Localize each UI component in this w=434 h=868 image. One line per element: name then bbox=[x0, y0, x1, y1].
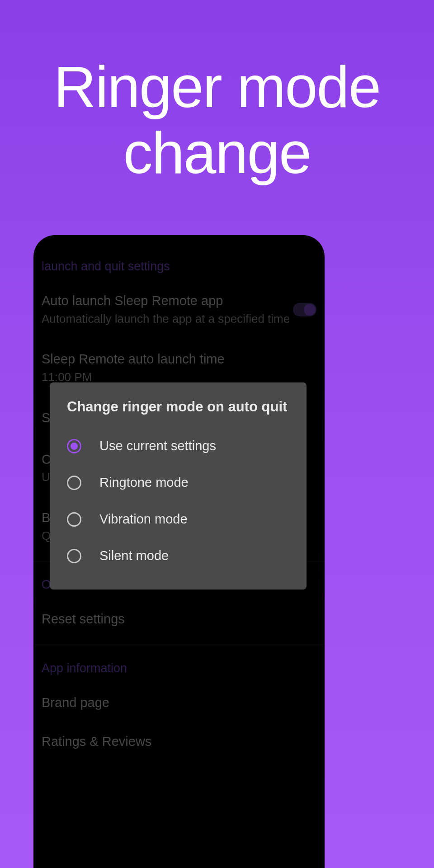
radio-option-ringtone[interactable]: Ringtone mode bbox=[50, 464, 307, 501]
radio-label-vibration: Vibration mode bbox=[99, 512, 188, 527]
section-header-app-info: App information bbox=[42, 654, 316, 686]
dialog-title: Change ringer mode on auto quit bbox=[50, 399, 307, 428]
toggle-knob bbox=[304, 304, 316, 316]
radio-label-ringtone: Ringtone mode bbox=[99, 475, 189, 490]
setting-reset-title: Reset settings bbox=[42, 611, 316, 628]
radio-option-silent[interactable]: Silent mode bbox=[50, 538, 307, 574]
radio-icon bbox=[67, 512, 81, 527]
setting-reset[interactable]: Reset settings bbox=[42, 603, 316, 636]
divider bbox=[33, 645, 325, 645]
hero-title-line1: Ringer mode bbox=[0, 54, 434, 120]
setting-brand-page[interactable]: Brand page bbox=[42, 686, 316, 720]
radio-option-vibration[interactable]: Vibration mode bbox=[50, 501, 307, 538]
setting-brand-page-title: Brand page bbox=[42, 694, 316, 712]
section-header-launch: launch and quit settings bbox=[42, 252, 316, 284]
radio-icon bbox=[67, 476, 81, 490]
ringer-mode-dialog: Change ringer mode on auto quit Use curr… bbox=[50, 382, 307, 590]
setting-auto-launch[interactable]: Auto launch Sleep Remote app Automatical… bbox=[42, 284, 316, 335]
radio-label-silent: Silent mode bbox=[99, 548, 169, 563]
hero-title: Ringer mode change bbox=[0, 0, 434, 186]
setting-auto-launch-subtitle: Automatically launch the app at a specif… bbox=[42, 311, 290, 327]
auto-launch-toggle[interactable] bbox=[293, 303, 316, 316]
setting-auto-launch-title: Auto launch Sleep Remote app bbox=[42, 292, 290, 310]
setting-ratings[interactable]: Ratings & Reviews bbox=[42, 720, 316, 759]
radio-option-current[interactable]: Use current settings bbox=[50, 428, 307, 464]
radio-label-current: Use current settings bbox=[99, 439, 216, 453]
setting-launch-time-title: Sleep Remote auto launch time bbox=[42, 351, 316, 368]
radio-icon bbox=[67, 549, 81, 563]
hero-title-line2: change bbox=[0, 120, 434, 186]
radio-icon bbox=[67, 439, 81, 453]
setting-ratings-title: Ratings & Reviews bbox=[42, 733, 316, 750]
